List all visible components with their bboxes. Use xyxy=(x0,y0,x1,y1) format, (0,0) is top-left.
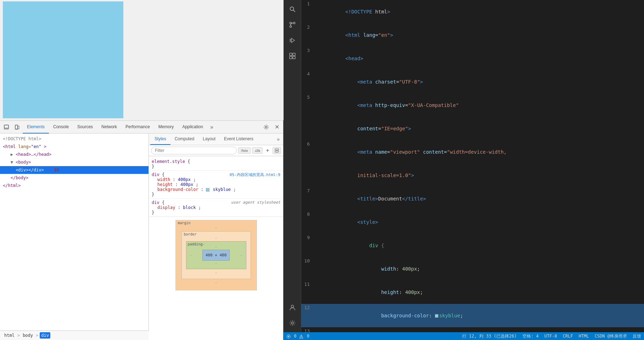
code-line-1: 1 <!DOCTYPE html> xyxy=(301,0,644,23)
svg-rect-0 xyxy=(4,125,9,128)
css-selector-element[interactable]: element.style { xyxy=(152,159,280,164)
selector-div: div xyxy=(152,172,162,177)
subtab-event-listeners[interactable]: Event Listeners xyxy=(220,134,258,145)
dom-line-body[interactable]: ▼ <body> xyxy=(0,158,149,166)
css-prop-bgcolor-name: background-color xyxy=(152,187,198,192)
line-num-1: 1 xyxy=(301,0,315,8)
tab-application[interactable]: Application xyxy=(178,121,207,134)
search-icon[interactable] xyxy=(286,3,299,16)
tab-memory[interactable]: Memory xyxy=(154,121,178,134)
dom-line-div[interactable]: <div></div> == $0 xyxy=(0,166,149,174)
css-prop-bgcolor[interactable]: background-color : skyblue ; xyxy=(152,187,280,192)
css-prop-display[interactable]: display : block ; xyxy=(152,205,280,210)
device-toolbar-button[interactable] xyxy=(12,122,22,132)
settings-icon[interactable] xyxy=(286,317,299,329)
box-margin: margin - border - pa xyxy=(175,220,257,290)
account-icon[interactable] xyxy=(286,301,299,314)
code-line-2: 2 <html lang="en"> xyxy=(301,23,644,47)
div-tag: <div></div> xyxy=(16,168,44,172)
line-content-5-cont: content="IE=edge"> xyxy=(315,117,638,140)
selector-element-style: element.style xyxy=(152,159,187,164)
breadcrumb-sep-2: > xyxy=(36,333,38,338)
filter-hov-button[interactable]: :hov xyxy=(238,147,251,154)
devtools-settings-button[interactable] xyxy=(261,122,271,132)
line-num-13: 13 xyxy=(301,327,315,332)
box-border: border - padding- - - xyxy=(181,231,251,279)
inspect-element-button[interactable] xyxy=(1,122,11,132)
line-content-5: <meta http-equiv="X-UA-Compatible" xyxy=(315,94,638,117)
box-side-row: - 400 × 400 - xyxy=(190,250,242,261)
status-errors[interactable]: 0 xyxy=(286,334,296,339)
tab-elements[interactable]: Elements xyxy=(23,121,49,134)
subtab-computed[interactable]: Computed xyxy=(170,134,198,145)
error-count: 0 xyxy=(294,334,296,339)
breadcrumb-html[interactable]: html xyxy=(3,332,16,339)
breadcrumb-div[interactable]: div xyxy=(40,332,50,339)
debug-icon[interactable] xyxy=(286,34,299,47)
status-account[interactable]: CSDN @终身而求 xyxy=(595,333,627,339)
head-expand[interactable]: ▶ xyxy=(11,152,13,157)
styles-filter-input[interactable] xyxy=(151,147,237,154)
box-padding: padding- - - 400 × 400 - xyxy=(186,241,246,269)
css-source-link-1[interactable]: 05-内容区域的宽高.html:9 xyxy=(230,172,280,177)
svg-point-12 xyxy=(290,26,291,28)
status-encoding[interactable]: UTF-8 xyxy=(544,334,557,339)
breadcrumb-body[interactable]: body xyxy=(21,332,34,339)
svg-rect-19 xyxy=(290,56,292,59)
css-prop-width[interactable]: width : 400px ; xyxy=(152,177,280,182)
tab-network[interactable]: Network xyxy=(97,121,121,134)
devtools-close-button[interactable]: ✕ xyxy=(272,122,282,132)
styles-content: element.style { } div { 05-内容区域的宽高.html:… xyxy=(149,156,283,340)
status-feedback[interactable]: 反馈 xyxy=(633,333,641,339)
subtab-styles[interactable]: Styles xyxy=(150,134,170,145)
css-rule-useragent: div { user agent stylesheet display : bl… xyxy=(149,199,283,217)
css-close-2: } xyxy=(152,192,280,197)
tab-sources[interactable]: Sources xyxy=(73,121,97,134)
tab-console[interactable]: Console xyxy=(49,121,73,134)
line-content-9: div { xyxy=(315,234,638,257)
dom-line-html-close[interactable]: </html> xyxy=(0,182,149,189)
line-num-4: 4 xyxy=(301,70,315,78)
line-content-4: <meta charset="UTF-8"> xyxy=(315,70,638,94)
status-line-col[interactable]: 行 12, 列 33 (已选择26) xyxy=(462,333,517,339)
css-prop-width-name: width xyxy=(152,177,170,182)
svg-point-11 xyxy=(293,22,295,24)
dom-line-doctype[interactable]: <!DOCTYPE html> xyxy=(0,135,149,143)
status-warnings[interactable]: 0 xyxy=(299,334,309,339)
line-num-10: 10 xyxy=(301,257,315,265)
body-expand[interactable]: ▼ xyxy=(11,160,13,165)
lang-attr: lang xyxy=(18,144,28,149)
line-content-10: width: 400px; xyxy=(315,257,638,280)
filter-layout-button[interactable] xyxy=(273,147,281,154)
status-spaces[interactable]: 空格: 4 xyxy=(522,333,539,339)
status-language[interactable]: HTML xyxy=(579,334,589,339)
status-eol[interactable]: CRLF xyxy=(563,334,573,339)
subtab-layout[interactable]: Layout xyxy=(198,134,220,145)
box-left-num: - xyxy=(190,253,192,257)
tab-performance[interactable]: Performance xyxy=(121,121,154,134)
dom-dollar-marker: == xyxy=(46,168,54,172)
box-model-container: margin - border - pa xyxy=(175,220,257,290)
filter-cls-button[interactable]: .cls xyxy=(252,147,263,154)
code-line-4: 4 <meta charset="UTF-8"> xyxy=(301,70,644,94)
line-num-5: 5 xyxy=(301,94,315,101)
css-prop-height[interactable]: height : 400px ; xyxy=(152,182,280,187)
dom-line-body-close[interactable]: </body> xyxy=(0,174,149,182)
css-val-height: 400px xyxy=(180,182,193,187)
filter-add-button[interactable]: + xyxy=(264,147,271,154)
css-selector-div[interactable]: div { 05-内容区域的宽高.html:9 xyxy=(152,172,280,177)
extensions-icon[interactable] xyxy=(286,50,299,62)
line-num-3: 3 xyxy=(301,47,315,55)
css-selector-ua[interactable]: div { user agent stylesheet xyxy=(152,200,280,205)
code-editor[interactable]: 1 <!DOCTYPE html> 2 <html lang="en"> 3 <… xyxy=(301,0,644,332)
dom-line-html[interactable]: <html lang="en" > xyxy=(0,143,149,151)
devtools-more-tabs-button[interactable]: » xyxy=(207,123,216,132)
status-bar-left: 0 0 xyxy=(286,334,309,339)
git-icon[interactable] xyxy=(286,18,299,31)
line-num-6: 6 xyxy=(301,140,315,148)
dom-line-head[interactable]: ▶ <head>…</head> xyxy=(0,151,149,158)
styles-more-tabs-button[interactable]: » xyxy=(275,134,282,145)
css-color-swatch-skyblue[interactable] xyxy=(206,188,209,192)
svg-point-28 xyxy=(301,337,302,338)
svg-point-4 xyxy=(16,128,17,129)
